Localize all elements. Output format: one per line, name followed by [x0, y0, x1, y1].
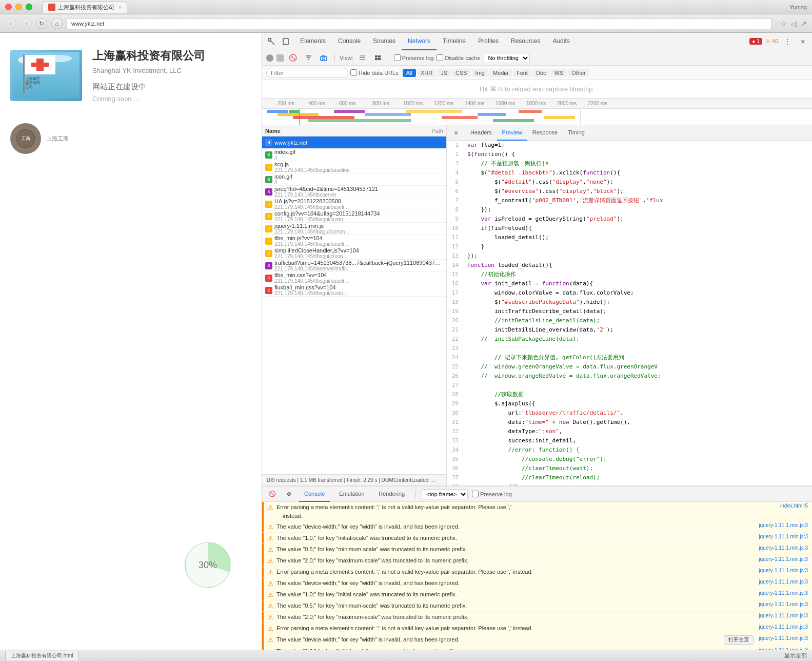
back-button[interactable]: ‹ — [5, 18, 16, 29]
filter-other[interactable]: Other — [568, 69, 589, 77]
stop-button[interactable] — [276, 54, 284, 62]
filter-input[interactable] — [266, 68, 348, 78]
console-preserve-log[interactable]: Preserve log — [472, 491, 512, 497]
filter-ws[interactable]: WS — [550, 69, 567, 77]
tab-console[interactable]: Console — [332, 33, 367, 50]
console-msg-source-6[interactable]: jquery-1.11.1.min.js:3 — [754, 568, 808, 573]
bottom-tab-label: 上海赢科投资有限公司.html — [11, 653, 73, 658]
traffic-lights[interactable] — [5, 4, 32, 10]
mobile-icon[interactable] — [280, 35, 292, 48]
filter-doc[interactable]: Doc — [532, 69, 550, 77]
network-item-6[interactable]: J config.js?vv=104&uflag=20151218144734 … — [262, 210, 446, 223]
open-homepage-button[interactable]: 打开主页 — [724, 635, 754, 645]
tab-resources[interactable]: Resources — [505, 33, 546, 50]
more-icon[interactable]: ⋮ — [781, 35, 794, 48]
filter-media[interactable]: Media — [489, 69, 512, 77]
detail-tab-response[interactable]: Response — [527, 125, 563, 141]
console-stop-icon[interactable]: ⊘ — [283, 488, 295, 500]
detail-tab-headers[interactable]: Headers — [465, 125, 497, 141]
warn-icon-5: ⚠ — [268, 557, 273, 565]
group-view-icon[interactable] — [372, 52, 384, 64]
tab-timeline[interactable]: Timeline — [437, 33, 472, 50]
camera-icon[interactable] — [318, 52, 330, 64]
close-button[interactable] — [5, 4, 12, 10]
console-clear-button[interactable]: 🚫 — [266, 488, 279, 500]
svg-rect-12 — [268, 38, 271, 41]
console-msg-source-9[interactable]: jquery-1.11.1.min.js:3 — [754, 601, 808, 607]
svg-text:工商: 工商 — [21, 136, 30, 141]
tab-emulation[interactable]: Emulation — [334, 487, 369, 502]
filter-js[interactable]: JS — [437, 69, 451, 77]
network-item-0[interactable]: H www.yktz.net — [262, 137, 446, 149]
network-item-10[interactable]: X trafficball?time=145130453738...7&call… — [262, 260, 446, 272]
devtools-close-icon[interactable]: × — [797, 35, 809, 48]
website-content: 上海赢科 投资有限 公司 上海赢科投资有限公司 Shanghai YK Inve… — [0, 33, 262, 650]
nav-icon-2[interactable]: ↗ — [801, 20, 807, 28]
detail-tab-preview[interactable]: Preview — [497, 125, 527, 141]
tab-profiles[interactable]: Profiles — [472, 33, 505, 50]
inspect-icon[interactable] — [265, 35, 278, 48]
console-msg-source-10[interactable]: jquery-1.11.1.min.js:3 — [754, 613, 808, 618]
record-button[interactable] — [266, 54, 273, 62]
network-item-4[interactable]: X jsreq?tid=4&cid=2&time=1451304537121 2… — [262, 186, 446, 198]
network-item-8[interactable]: J tlbs_min.js?vv=104 221.179.140.145/tlb… — [262, 235, 446, 247]
tab-audits[interactable]: Audits — [546, 33, 576, 50]
minimize-button[interactable] — [15, 4, 22, 10]
console-msg-source-4[interactable]: jquery-1.11.1.min.js:3 — [754, 545, 808, 551]
detail-tab-timing[interactable]: Timing — [563, 125, 590, 141]
console-msg-source-3[interactable]: jquery-1.11.1.min.js:3 — [754, 534, 808, 539]
forward-button[interactable]: › — [21, 18, 32, 29]
network-item-2[interactable]: J scg.js 221.179.140.145/tlbsgui/baselin… — [262, 161, 446, 173]
devtools-toolbar: Elements Console Sources Network Timelin… — [262, 33, 812, 50]
home-button[interactable]: ⌂ — [51, 18, 63, 29]
error-badge: ● 1 — [749, 38, 762, 45]
filter-font[interactable]: Font — [513, 69, 531, 77]
maximize-button[interactable] — [26, 4, 32, 10]
bottom-tab[interactable]: 上海赢科投资有限公司.html — [5, 651, 79, 660]
bookmark-icon[interactable]: ☆ — [780, 20, 787, 28]
tick-1400: 1400 ms — [465, 101, 484, 106]
nav-icon-1[interactable]: ◁ — [791, 20, 797, 28]
tab-close-button[interactable]: × — [118, 5, 122, 10]
console-msg-source-7[interactable]: jquery-1.11.1.min.js:3 — [754, 579, 808, 585]
console-msg-source-11[interactable]: jquery-1.11.1.min.js:3 — [754, 624, 808, 630]
throttle-select[interactable]: No throttling — [484, 53, 530, 63]
address-bar[interactable]: www.yktz.net — [67, 18, 772, 29]
hide-data-urls-checkbox[interactable]: Hide data URLs — [350, 69, 399, 76]
tab-elements[interactable]: Elements — [294, 33, 332, 50]
filter-icon[interactable] — [302, 52, 314, 64]
tab-console-bottom[interactable]: Console — [299, 487, 330, 502]
console-msg-source-1[interactable]: index.html:5 — [775, 503, 808, 509]
network-item-9[interactable]: J simplifiedCloseHandler.js?vv=104 221.1… — [262, 247, 446, 260]
detail-close-button[interactable]: × — [451, 128, 461, 138]
tab-network[interactable]: Network — [402, 33, 437, 50]
preserve-log-checkbox[interactable]: Preserve log — [394, 54, 434, 61]
show-all-button[interactable]: 显示全部 — [784, 652, 807, 659]
network-item-11[interactable]: C tlbs_min.css?vv=104 221.179.140.145/tl… — [262, 272, 446, 284]
reload-button[interactable]: ↻ — [36, 18, 47, 29]
filter-img[interactable]: Img — [472, 69, 488, 77]
network-item-7[interactable]: J jquery-1.11.1.min.js 221.179.140.145/t… — [262, 223, 446, 235]
network-detail-pane: × Headers Preview Response Timing 1var f… — [447, 125, 812, 485]
network-item-5[interactable]: J UA.js?v=20151228200500 221.179.140.145… — [262, 198, 446, 210]
console-msg-source-5[interactable]: jquery-1.11.1.min.js:3 — [754, 556, 808, 562]
console-msg-source-8[interactable]: jquery-1.11.1.min.js:3 — [754, 590, 808, 596]
tab-sources[interactable]: Sources — [367, 33, 402, 50]
filter-all[interactable]: All — [403, 69, 416, 77]
filter-xhr[interactable]: XHR — [417, 69, 436, 77]
network-item-12[interactable]: C fluxball_min.css?vv=104 221.179.140.14… — [262, 284, 446, 297]
tab-rendering[interactable]: Rendering — [373, 487, 410, 502]
disable-cache-checkbox[interactable]: Disable cache — [437, 54, 480, 61]
console-msg-source-12[interactable]: jquery-1.11.1.min.js:3 — [754, 635, 808, 641]
site-subtitle: Shanghai YK Investment, LLC — [92, 67, 251, 74]
list-view-icon[interactable] — [357, 52, 369, 64]
filter-css[interactable]: CSS — [452, 69, 471, 77]
browser-tab[interactable]: 上海赢科投资有限公司 × — [43, 2, 127, 13]
network-item-1[interactable]: G index.gif /i — [262, 149, 446, 161]
clear-button[interactable]: 🚫 — [287, 52, 299, 64]
frame-select[interactable]: <top frame> — [422, 489, 468, 499]
console-messages: ⚠ Error parsing a meta element's content… — [262, 502, 812, 650]
console-msg-source-2[interactable]: jquery-1.11.1.min.js:3 — [754, 522, 808, 528]
svg-rect-6 — [31, 63, 49, 67]
network-item-3[interactable]: G icon.gif /i — [262, 173, 446, 186]
